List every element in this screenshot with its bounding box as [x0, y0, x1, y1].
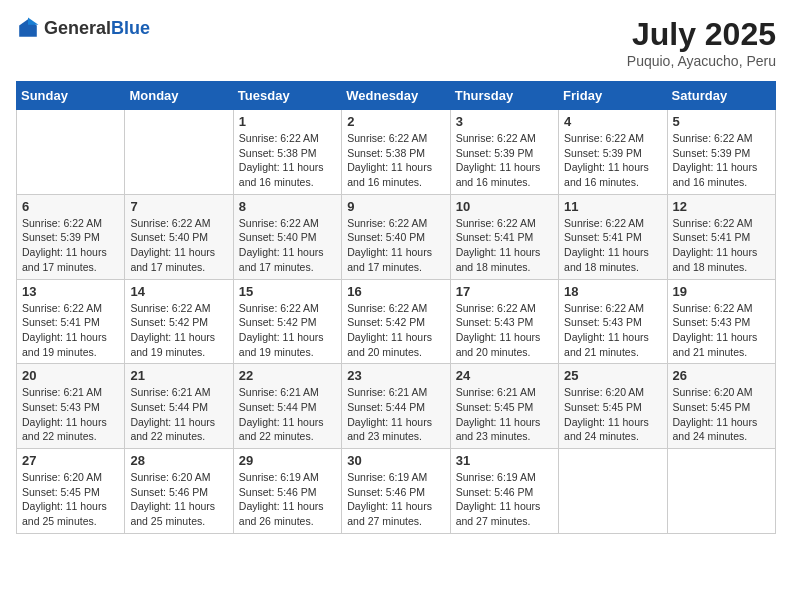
calendar-cell: 5 Sunrise: 6:22 AM Sunset: 5:39 PM Dayli…	[667, 110, 775, 195]
calendar-cell: 7 Sunrise: 6:22 AM Sunset: 5:40 PM Dayli…	[125, 194, 233, 279]
sunrise-label: Sunrise: 6:22 AM	[130, 302, 210, 314]
sunset-label: Sunset: 5:43 PM	[673, 316, 751, 328]
weekday-header-tuesday: Tuesday	[233, 82, 341, 110]
calendar-cell: 11 Sunrise: 6:22 AM Sunset: 5:41 PM Dayl…	[559, 194, 667, 279]
daylight-label: Daylight: 11 hours and 21 minutes.	[564, 331, 649, 358]
daylight-label: Daylight: 11 hours and 17 minutes.	[239, 246, 324, 273]
sunset-label: Sunset: 5:45 PM	[22, 486, 100, 498]
sunset-label: Sunset: 5:39 PM	[673, 147, 751, 159]
calendar-cell: 9 Sunrise: 6:22 AM Sunset: 5:40 PM Dayli…	[342, 194, 450, 279]
daylight-label: Daylight: 11 hours and 26 minutes.	[239, 500, 324, 527]
sunset-label: Sunset: 5:42 PM	[347, 316, 425, 328]
calendar-cell: 30 Sunrise: 6:19 AM Sunset: 5:46 PM Dayl…	[342, 449, 450, 534]
day-number: 27	[22, 453, 119, 468]
day-info: Sunrise: 6:22 AM Sunset: 5:41 PM Dayligh…	[673, 216, 770, 275]
day-info: Sunrise: 6:22 AM Sunset: 5:42 PM Dayligh…	[347, 301, 444, 360]
calendar-cell: 31 Sunrise: 6:19 AM Sunset: 5:46 PM Dayl…	[450, 449, 558, 534]
calendar-cell: 16 Sunrise: 6:22 AM Sunset: 5:42 PM Dayl…	[342, 279, 450, 364]
sunrise-label: Sunrise: 6:22 AM	[673, 217, 753, 229]
weekday-header-row: SundayMondayTuesdayWednesdayThursdayFrid…	[17, 82, 776, 110]
logo: GeneralBlue	[16, 16, 150, 40]
calendar-cell: 23 Sunrise: 6:21 AM Sunset: 5:44 PM Dayl…	[342, 364, 450, 449]
daylight-label: Daylight: 11 hours and 19 minutes.	[239, 331, 324, 358]
sunset-label: Sunset: 5:39 PM	[564, 147, 642, 159]
day-info: Sunrise: 6:21 AM Sunset: 5:44 PM Dayligh…	[130, 385, 227, 444]
day-number: 4	[564, 114, 661, 129]
sunset-label: Sunset: 5:42 PM	[239, 316, 317, 328]
title-block: July 2025 Puquio, Ayacucho, Peru	[627, 16, 776, 69]
day-info: Sunrise: 6:22 AM Sunset: 5:41 PM Dayligh…	[456, 216, 553, 275]
page-header: GeneralBlue July 2025 Puquio, Ayacucho, …	[16, 16, 776, 69]
sunset-label: Sunset: 5:40 PM	[130, 231, 208, 243]
day-info: Sunrise: 6:20 AM Sunset: 5:45 PM Dayligh…	[22, 470, 119, 529]
calendar-cell	[559, 449, 667, 534]
sunset-label: Sunset: 5:38 PM	[347, 147, 425, 159]
sunrise-label: Sunrise: 6:22 AM	[130, 217, 210, 229]
calendar-cell: 24 Sunrise: 6:21 AM Sunset: 5:45 PM Dayl…	[450, 364, 558, 449]
day-info: Sunrise: 6:22 AM Sunset: 5:43 PM Dayligh…	[564, 301, 661, 360]
calendar-cell: 28 Sunrise: 6:20 AM Sunset: 5:46 PM Dayl…	[125, 449, 233, 534]
svg-marker-1	[28, 18, 38, 25]
daylight-label: Daylight: 11 hours and 20 minutes.	[347, 331, 432, 358]
day-number: 19	[673, 284, 770, 299]
sunrise-label: Sunrise: 6:22 AM	[456, 302, 536, 314]
day-info: Sunrise: 6:22 AM Sunset: 5:38 PM Dayligh…	[347, 131, 444, 190]
daylight-label: Daylight: 11 hours and 17 minutes.	[130, 246, 215, 273]
day-number: 29	[239, 453, 336, 468]
sunset-label: Sunset: 5:41 PM	[22, 316, 100, 328]
daylight-label: Daylight: 11 hours and 22 minutes.	[22, 416, 107, 443]
daylight-label: Daylight: 11 hours and 18 minutes.	[456, 246, 541, 273]
day-number: 17	[456, 284, 553, 299]
calendar-cell: 15 Sunrise: 6:22 AM Sunset: 5:42 PM Dayl…	[233, 279, 341, 364]
daylight-label: Daylight: 11 hours and 17 minutes.	[347, 246, 432, 273]
daylight-label: Daylight: 11 hours and 18 minutes.	[673, 246, 758, 273]
day-info: Sunrise: 6:22 AM Sunset: 5:38 PM Dayligh…	[239, 131, 336, 190]
calendar-cell	[667, 449, 775, 534]
daylight-label: Daylight: 11 hours and 20 minutes.	[456, 331, 541, 358]
sunrise-label: Sunrise: 6:22 AM	[673, 132, 753, 144]
day-number: 15	[239, 284, 336, 299]
calendar-table: SundayMondayTuesdayWednesdayThursdayFrid…	[16, 81, 776, 534]
day-info: Sunrise: 6:20 AM Sunset: 5:45 PM Dayligh…	[673, 385, 770, 444]
weekday-header-thursday: Thursday	[450, 82, 558, 110]
daylight-label: Daylight: 11 hours and 24 minutes.	[673, 416, 758, 443]
daylight-label: Daylight: 11 hours and 17 minutes.	[22, 246, 107, 273]
calendar-cell: 4 Sunrise: 6:22 AM Sunset: 5:39 PM Dayli…	[559, 110, 667, 195]
sunset-label: Sunset: 5:41 PM	[673, 231, 751, 243]
daylight-label: Daylight: 11 hours and 21 minutes.	[673, 331, 758, 358]
sunrise-label: Sunrise: 6:22 AM	[347, 217, 427, 229]
sunset-label: Sunset: 5:45 PM	[564, 401, 642, 413]
day-info: Sunrise: 6:22 AM Sunset: 5:39 PM Dayligh…	[673, 131, 770, 190]
day-info: Sunrise: 6:22 AM Sunset: 5:40 PM Dayligh…	[130, 216, 227, 275]
sunrise-label: Sunrise: 6:22 AM	[564, 132, 644, 144]
daylight-label: Daylight: 11 hours and 19 minutes.	[130, 331, 215, 358]
week-row-1: 1 Sunrise: 6:22 AM Sunset: 5:38 PM Dayli…	[17, 110, 776, 195]
day-number: 3	[456, 114, 553, 129]
day-info: Sunrise: 6:22 AM Sunset: 5:39 PM Dayligh…	[22, 216, 119, 275]
sunrise-label: Sunrise: 6:20 AM	[130, 471, 210, 483]
day-info: Sunrise: 6:21 AM Sunset: 5:45 PM Dayligh…	[456, 385, 553, 444]
sunset-label: Sunset: 5:42 PM	[130, 316, 208, 328]
day-number: 2	[347, 114, 444, 129]
day-number: 14	[130, 284, 227, 299]
sunrise-label: Sunrise: 6:22 AM	[239, 217, 319, 229]
sunset-label: Sunset: 5:45 PM	[673, 401, 751, 413]
day-info: Sunrise: 6:21 AM Sunset: 5:43 PM Dayligh…	[22, 385, 119, 444]
sunrise-label: Sunrise: 6:22 AM	[22, 217, 102, 229]
day-number: 28	[130, 453, 227, 468]
sunset-label: Sunset: 5:44 PM	[130, 401, 208, 413]
day-number: 6	[22, 199, 119, 214]
daylight-label: Daylight: 11 hours and 18 minutes.	[564, 246, 649, 273]
day-number: 22	[239, 368, 336, 383]
calendar-cell: 29 Sunrise: 6:19 AM Sunset: 5:46 PM Dayl…	[233, 449, 341, 534]
calendar-cell: 8 Sunrise: 6:22 AM Sunset: 5:40 PM Dayli…	[233, 194, 341, 279]
day-number: 26	[673, 368, 770, 383]
sunrise-label: Sunrise: 6:22 AM	[239, 302, 319, 314]
day-number: 11	[564, 199, 661, 214]
sunrise-label: Sunrise: 6:20 AM	[22, 471, 102, 483]
sunrise-label: Sunrise: 6:22 AM	[564, 217, 644, 229]
daylight-label: Daylight: 11 hours and 27 minutes.	[347, 500, 432, 527]
day-info: Sunrise: 6:22 AM Sunset: 5:43 PM Dayligh…	[673, 301, 770, 360]
day-info: Sunrise: 6:22 AM Sunset: 5:40 PM Dayligh…	[239, 216, 336, 275]
calendar-cell: 14 Sunrise: 6:22 AM Sunset: 5:42 PM Dayl…	[125, 279, 233, 364]
